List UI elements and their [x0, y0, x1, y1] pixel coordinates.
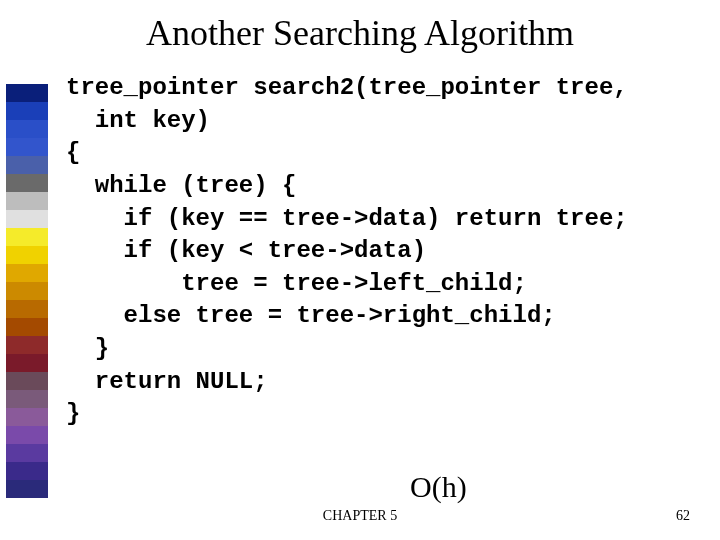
decorative-sidebar	[6, 84, 48, 498]
color-block	[6, 462, 48, 480]
code-line: }	[66, 335, 109, 362]
color-block	[6, 390, 48, 408]
color-block	[6, 300, 48, 318]
color-block	[6, 120, 48, 138]
color-block	[6, 426, 48, 444]
color-block	[6, 246, 48, 264]
color-block	[6, 354, 48, 372]
code-line: else tree = tree->right_child;	[66, 302, 556, 329]
color-block	[6, 192, 48, 210]
chapter-label: CHAPTER 5	[323, 508, 397, 524]
color-block	[6, 138, 48, 156]
color-block	[6, 264, 48, 282]
color-block	[6, 444, 48, 462]
color-block	[6, 372, 48, 390]
complexity-annotation: O(h)	[410, 470, 467, 504]
code-line: tree = tree->left_child;	[66, 270, 527, 297]
color-block	[6, 318, 48, 336]
code-line: {	[66, 139, 80, 166]
color-block	[6, 174, 48, 192]
code-line: int key)	[66, 107, 210, 134]
color-block	[6, 210, 48, 228]
color-block	[6, 84, 48, 102]
code-line: if (key < tree->data)	[66, 237, 426, 264]
page-number: 62	[676, 508, 690, 524]
color-block	[6, 102, 48, 120]
color-block	[6, 480, 48, 498]
color-block	[6, 336, 48, 354]
code-line: while (tree) {	[66, 172, 296, 199]
code-line: if (key == tree->data) return tree;	[66, 205, 628, 232]
code-line: return NULL;	[66, 368, 268, 395]
color-block	[6, 228, 48, 246]
code-line: tree_pointer search2(tree_pointer tree,	[66, 74, 628, 101]
code-block: tree_pointer search2(tree_pointer tree, …	[66, 72, 716, 431]
color-block	[6, 408, 48, 426]
color-block	[6, 156, 48, 174]
code-line: }	[66, 400, 80, 427]
slide-title: Another Searching Algorithm	[0, 0, 720, 68]
color-block	[6, 282, 48, 300]
